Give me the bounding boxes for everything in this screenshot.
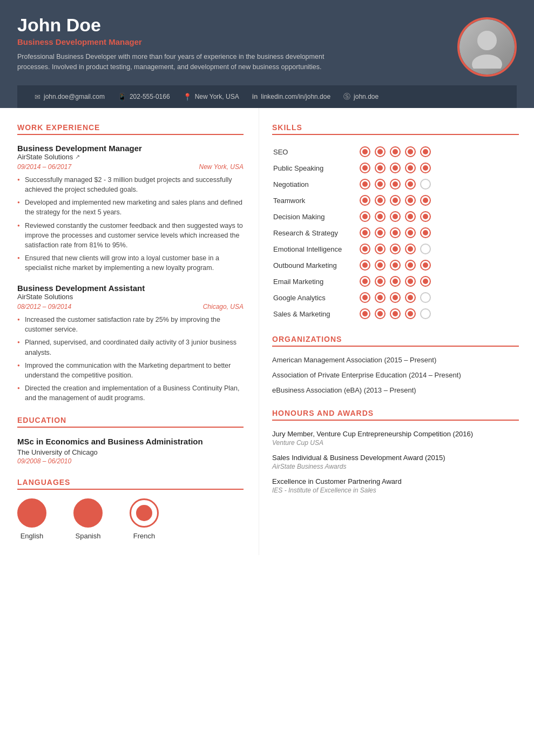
date-location-2: 08/2012 – 09/2014 Chicago, USA — [17, 303, 244, 310]
skill-row: Email Marketing — [272, 273, 519, 289]
edu-date-1: 09/2008 – 06/2010 — [17, 457, 244, 465]
honour-title-text: Jury Member, Venture Cup Entrepreneurshi… — [272, 429, 519, 439]
left-column: WORK EXPERIENCE Business Development Man… — [0, 108, 259, 555]
skills-section: SKILLS SEOPublic SpeakingNegotiationTeam… — [272, 123, 519, 322]
skill-name-cell: Email Marketing — [272, 273, 359, 289]
skill-dot — [390, 211, 401, 222]
date-location-1: 09/2014 – 06/2017 New York, USA — [17, 163, 244, 171]
skill-dots-cell — [359, 289, 519, 306]
skill-dot — [375, 260, 386, 271]
honour-item: Sales Individual & Business Development … — [272, 453, 519, 470]
skill-dots-cell — [359, 225, 519, 241]
languages-section: LANGUAGES English Spanish French — [17, 478, 244, 540]
contact-skype: Ⓢ john.doe — [343, 92, 378, 102]
skill-dot — [390, 308, 401, 319]
bullets-2: Increased the customer satisfaction rate… — [17, 315, 244, 403]
skill-dot — [405, 292, 416, 303]
skill-dot — [390, 292, 401, 303]
bullet-1-3: Reviewed constantly the customer feedbac… — [17, 221, 244, 250]
email-icon: ✉ — [35, 93, 40, 101]
main-content: WORK EXPERIENCE Business Development Man… — [0, 108, 534, 555]
skill-dot — [420, 276, 431, 287]
honour-source-text: IES - Institute of Excellence in Sales — [272, 487, 519, 494]
contact-email: ✉ john.doe@gmail.com — [35, 93, 105, 101]
date-1: 09/2014 – 06/2017 — [17, 163, 71, 171]
job-block-1: Business Development Manager AirState So… — [17, 144, 244, 273]
lang-circle-french — [130, 498, 159, 528]
skill-dot — [375, 227, 386, 238]
skill-name-cell: Outbound Marketing — [272, 257, 359, 273]
skill-dot — [360, 195, 370, 206]
skill-dot — [405, 308, 416, 319]
languages-title: LANGUAGES — [17, 478, 244, 490]
organizations-list: American Management Association (2015 – … — [272, 355, 519, 396]
education-section: EDUCATION MSc in Economics and Business … — [17, 416, 244, 465]
skill-name-cell: Sales & Marketing — [272, 306, 359, 322]
svg-point-1 — [472, 55, 502, 69]
skill-dot — [420, 163, 431, 173]
contact-location: 📍 New York, USA — [183, 93, 239, 101]
skill-dot — [420, 179, 431, 190]
skill-dot — [390, 260, 401, 271]
right-column: SKILLS SEOPublic SpeakingNegotiationTeam… — [259, 108, 534, 555]
work-experience-title: WORK EXPERIENCE — [17, 123, 244, 135]
job-title-1: Business Development Manager — [17, 144, 244, 153]
skill-name-cell: Emotional Intelligence — [272, 241, 359, 257]
skill-row: Teamwork — [272, 192, 519, 208]
skill-name-cell: Google Analytics — [272, 289, 359, 306]
skill-dot — [390, 163, 401, 173]
skill-name-cell: Teamwork — [272, 192, 359, 208]
candidate-job-title: Business Development Manager — [17, 37, 341, 46]
skill-dot — [375, 244, 386, 254]
job-block-2: Business Development Assistant AirState … — [17, 284, 244, 403]
honours-title: HONOURS AND AWARDS — [272, 409, 519, 421]
skills-title: SKILLS — [272, 123, 519, 135]
skill-dot — [375, 179, 386, 190]
skill-dots-cell — [359, 160, 519, 176]
skill-dot — [390, 276, 401, 287]
lang-label-english: English — [21, 532, 44, 540]
company-name-2: AirState Solutions — [17, 293, 244, 301]
skill-dot — [360, 244, 370, 254]
location-1: New York, USA — [199, 163, 244, 171]
skill-dot — [390, 179, 401, 190]
skill-dot — [420, 244, 431, 254]
lang-label-french: French — [133, 532, 155, 540]
lang-french: French — [130, 498, 159, 540]
skill-dot — [360, 260, 370, 271]
skill-dot — [420, 195, 431, 206]
skill-dot — [375, 292, 386, 303]
ext-link-icon-1: ↗ — [75, 153, 80, 160]
lang-label-spanish: Spanish — [76, 532, 101, 540]
skill-row: Decision Making — [272, 208, 519, 225]
company-name-1: AirState Solutions ↗ — [17, 153, 244, 161]
bullet-2-2: Planned, supervised, and coordinated dai… — [17, 338, 244, 357]
skill-name-cell: Decision Making — [272, 208, 359, 225]
skill-dot — [390, 195, 401, 206]
contact-linkedin: in linkedin.com/in/john.doe — [252, 93, 330, 100]
skill-dot — [420, 260, 431, 271]
honour-item: Excellence in Customer Partnering AwardI… — [272, 477, 519, 494]
header-section: John Doe Business Development Manager Pr… — [0, 0, 534, 108]
honour-source-text: Venture Cup USA — [272, 439, 519, 447]
skill-dots-cell — [359, 306, 519, 322]
skill-dot — [360, 211, 370, 222]
bullets-1: Successfully managed $2 - 3 million budg… — [17, 175, 244, 273]
skill-dot — [405, 227, 416, 238]
skill-dot — [375, 276, 386, 287]
skill-dot — [390, 146, 401, 157]
bullet-1-1: Successfully managed $2 - 3 million budg… — [17, 175, 244, 194]
skill-row: Research & Strategy — [272, 225, 519, 241]
skill-name-cell: SEO — [272, 144, 359, 160]
location-2: Chicago, USA — [203, 303, 244, 310]
skill-dots-cell — [359, 192, 519, 208]
linkedin-icon: in — [252, 93, 258, 100]
skill-row: Google Analytics — [272, 289, 519, 306]
organizations-section: ORGANIZATIONS American Management Associ… — [272, 335, 519, 396]
skill-dot — [420, 308, 431, 319]
header-info: John Doe Business Development Manager Pr… — [17, 15, 341, 72]
language-circles: English Spanish French — [17, 498, 244, 540]
skill-dot — [420, 146, 431, 157]
contact-phone: 📱 202-555-0166 — [118, 93, 170, 101]
bullet-2-3: Improved the communication with the Mark… — [17, 361, 244, 380]
